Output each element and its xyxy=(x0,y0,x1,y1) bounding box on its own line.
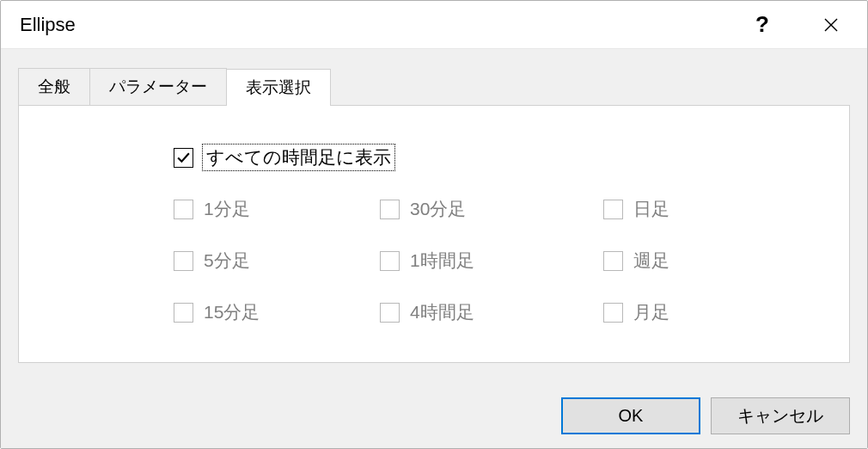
m5-checkbox[interactable] xyxy=(174,251,193,271)
title-bar: Ellipse ? xyxy=(1,1,867,49)
dialog-button-row: OK キャンセル xyxy=(561,397,850,434)
tab-panel-display: すべての時間足に表示 1分足 30分足 日足 5分足 xyxy=(18,105,850,363)
dialog-title: Ellipse xyxy=(20,14,728,36)
d1-checkbox[interactable] xyxy=(603,200,623,219)
h1-label: 1時間足 xyxy=(410,249,474,273)
tab-row: 全般 パラメーター 表示選択 xyxy=(18,68,850,105)
timeframe-grid: 1分足 30分足 日足 5分足 1時間足 xyxy=(174,197,823,324)
d1-label: 日足 xyxy=(633,197,669,221)
m30-label: 30分足 xyxy=(410,197,466,221)
m1-label: 1分足 xyxy=(204,197,250,221)
m30-checkbox[interactable] xyxy=(380,200,400,219)
w1-checkbox[interactable] xyxy=(603,251,623,271)
ok-button[interactable]: OK xyxy=(561,397,700,434)
m5-label: 5分足 xyxy=(204,249,250,273)
check-icon xyxy=(176,151,191,165)
content-area: 全般 パラメーター 表示選択 すべての時間足に表示 1分足 xyxy=(1,49,867,448)
m1-checkbox[interactable] xyxy=(174,200,193,219)
w1-label: 週足 xyxy=(633,249,669,273)
master-checkbox-row: すべての時間足に表示 xyxy=(174,144,823,171)
h4-checkbox[interactable] xyxy=(380,303,400,323)
close-icon xyxy=(824,18,838,32)
mn-checkbox[interactable] xyxy=(603,303,623,323)
ellipse-dialog: Ellipse ? 全般 パラメーター 表示選択 すべての時間足に表示 xyxy=(0,0,868,449)
mn-label: 月足 xyxy=(633,300,669,324)
tab-general[interactable]: 全般 xyxy=(18,68,90,105)
show-all-timeframes-label: すべての時間足に表示 xyxy=(202,144,395,171)
m15-label: 15分足 xyxy=(204,300,260,324)
cancel-button[interactable]: キャンセル xyxy=(711,397,850,434)
help-button[interactable]: ? xyxy=(728,2,797,48)
show-all-timeframes-checkbox[interactable] xyxy=(174,148,193,168)
h1-checkbox[interactable] xyxy=(380,251,400,271)
close-button[interactable] xyxy=(797,2,865,48)
m15-checkbox[interactable] xyxy=(174,303,193,323)
h4-label: 4時間足 xyxy=(410,300,474,324)
tab-parameters[interactable]: パラメーター xyxy=(89,68,227,105)
tab-display-select[interactable]: 表示選択 xyxy=(226,69,331,106)
